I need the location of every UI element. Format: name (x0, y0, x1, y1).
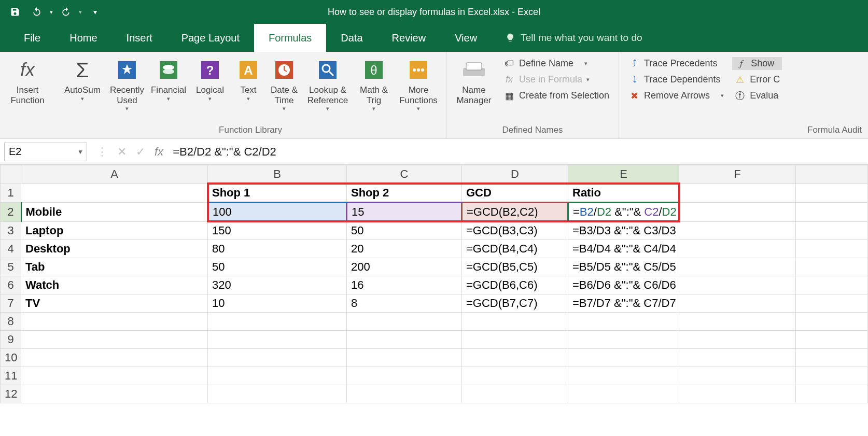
show-formulas-button[interactable]: 𝑓Show (732, 57, 782, 70)
save-icon[interactable] (6, 4, 24, 20)
tab-home[interactable]: Home (55, 24, 111, 52)
cell-D1[interactable]: GCD (462, 184, 568, 203)
col-header-B[interactable]: B (208, 165, 347, 184)
cell-E5[interactable]: =B5/D5 &":"& C5/D5 (568, 258, 679, 276)
cell-B7[interactable]: 10 (208, 294, 347, 313)
cell-E4[interactable]: =B4/D4 &":"& C4/D4 (568, 240, 679, 258)
tab-page-layout[interactable]: Page Layout (167, 24, 254, 52)
remove-arrows-button[interactable]: ✖Remove Arrows ▾ (626, 89, 726, 102)
tab-review[interactable]: Review (377, 24, 441, 52)
cell-B1[interactable]: Shop 1 (208, 184, 347, 203)
cell-A8[interactable] (21, 313, 208, 331)
col-header-A[interactable]: A (21, 165, 208, 184)
lookup-reference-button[interactable]: Lookup &Reference▾ (303, 55, 353, 114)
row-header-7[interactable]: 7 (1, 294, 21, 313)
formula-bar[interactable]: =B2/D2 &":"& C2/D2 (173, 143, 864, 161)
redo-dropdown-icon[interactable]: ▾ (79, 9, 82, 16)
cell-E3[interactable]: =B3/D3 &":"& C3/D3 (568, 221, 679, 240)
trace-dependents-button[interactable]: ⤵Trace Dependents (626, 73, 726, 86)
col-header-blank[interactable] (796, 165, 868, 184)
enter-icon[interactable]: ✓ (136, 145, 145, 159)
cell-C2[interactable]: 15 (347, 203, 462, 222)
evaluate-formula-button[interactable]: ⓕEvalua (732, 89, 782, 102)
undo-dropdown-icon[interactable]: ▾ (50, 9, 53, 16)
cell-D7[interactable]: =GCD(B7,C7) (462, 294, 568, 313)
autosum-button[interactable]: Σ AutoSum▾ (59, 55, 106, 110)
row-header-9[interactable]: 9 (1, 331, 21, 349)
cell-E7[interactable]: =B7/D7 &":"& C7/D7 (568, 294, 679, 313)
cell-A3[interactable]: Laptop (21, 221, 208, 240)
cell-A4[interactable]: Desktop (21, 240, 208, 258)
cell-B3[interactable]: 150 (208, 221, 347, 240)
name-box-dropdown-icon[interactable]: ▼ (77, 148, 83, 156)
create-from-selection-button[interactable]: ▦Create from Selection (501, 89, 611, 102)
row-header-2[interactable]: 2 (1, 203, 21, 222)
name-manager-button[interactable]: NameManager (451, 55, 497, 110)
name-box[interactable]: E2 ▼ (4, 143, 87, 161)
cell-C1[interactable]: Shop 2 (347, 184, 462, 203)
cell-E6[interactable]: =B6/D6 &":"& C6/D6 (568, 276, 679, 294)
qat-customize-icon[interactable]: ▾ (86, 4, 104, 20)
cell-F5[interactable] (679, 258, 796, 276)
undo-icon[interactable] (28, 4, 46, 20)
cell-B5[interactable]: 50 (208, 258, 347, 276)
cell-F2[interactable] (679, 203, 796, 222)
cell-E2[interactable]: =B2/D2 &":"& C2/D2 (568, 203, 679, 222)
row-header-12[interactable]: 12 (1, 385, 21, 403)
cell-A6[interactable]: Watch (21, 276, 208, 294)
tab-formulas[interactable]: Formulas (254, 24, 326, 52)
col-header-D[interactable]: D (462, 165, 568, 184)
cell-B6[interactable]: 320 (208, 276, 347, 294)
cancel-icon[interactable]: ✕ (117, 145, 127, 159)
row-header-6[interactable]: 6 (1, 276, 21, 294)
redo-icon[interactable] (57, 4, 75, 20)
tab-insert[interactable]: Insert (112, 24, 167, 52)
row-header-1[interactable]: 1 (1, 184, 21, 203)
cell-F4[interactable] (679, 240, 796, 258)
use-in-formula-button[interactable]: fxUse in Formula▾ (501, 73, 611, 86)
cell-F1[interactable] (679, 184, 796, 203)
text-button[interactable]: A Text▾ (231, 55, 265, 110)
cell-D4[interactable]: =GCD(B4,C4) (462, 240, 568, 258)
col-header-E[interactable]: E (568, 165, 679, 184)
row-header-11[interactable]: 11 (1, 367, 21, 385)
worksheet-grid[interactable]: A B C D E F 1 Shop 1 Shop 2 GCD Ratio 2 … (0, 165, 868, 403)
tab-data[interactable]: Data (326, 24, 377, 52)
recently-used-button[interactable]: RecentlyUsed▾ (107, 55, 147, 114)
cell-A7[interactable]: TV (21, 294, 208, 313)
tab-file[interactable]: File (9, 24, 55, 52)
cell-D2[interactable]: =GCD(B2,C2) (462, 203, 568, 222)
insert-function-button[interactable]: fx InsertFunction (4, 55, 51, 110)
cell-F7[interactable] (679, 294, 796, 313)
cell-C5[interactable]: 200 (347, 258, 462, 276)
logical-button[interactable]: ? Logical▾ (190, 55, 230, 110)
financial-button[interactable]: Financial▾ (148, 55, 189, 110)
math-trig-button[interactable]: θ Math &Trig▾ (354, 55, 394, 114)
cell-A1[interactable] (21, 184, 208, 203)
cell-C7[interactable]: 8 (347, 294, 462, 313)
cell-D5[interactable]: =GCD(B5,C5) (462, 258, 568, 276)
col-header-C[interactable]: C (347, 165, 462, 184)
row-header-8[interactable]: 8 (1, 313, 21, 331)
cell-F6[interactable] (679, 276, 796, 294)
tab-view[interactable]: View (440, 24, 492, 52)
date-time-button[interactable]: Date &Time▾ (267, 55, 302, 114)
cell-C3[interactable]: 50 (347, 221, 462, 240)
cell-D6[interactable]: =GCD(B6,C6) (462, 276, 568, 294)
row-header-10[interactable]: 10 (1, 349, 21, 367)
cell-D3[interactable]: =GCD(B3,C3) (462, 221, 568, 240)
col-header-F[interactable]: F (679, 165, 796, 184)
select-all-corner[interactable] (1, 165, 21, 184)
more-functions-button[interactable]: MoreFunctions▾ (395, 55, 442, 114)
fx-icon[interactable]: fx (155, 145, 163, 159)
row-header-4[interactable]: 4 (1, 240, 21, 258)
row-header-5[interactable]: 5 (1, 258, 21, 276)
define-name-button[interactable]: 🏷Define Name ▾ (501, 57, 611, 70)
cell-C4[interactable]: 20 (347, 240, 462, 258)
cell-F3[interactable] (679, 221, 796, 240)
error-checking-button[interactable]: ⚠Error C (732, 73, 782, 86)
row-header-3[interactable]: 3 (1, 221, 21, 240)
cell-B2[interactable]: 100 (208, 203, 347, 222)
tell-me-box[interactable]: Tell me what you want to do (492, 24, 642, 52)
cell-B4[interactable]: 80 (208, 240, 347, 258)
